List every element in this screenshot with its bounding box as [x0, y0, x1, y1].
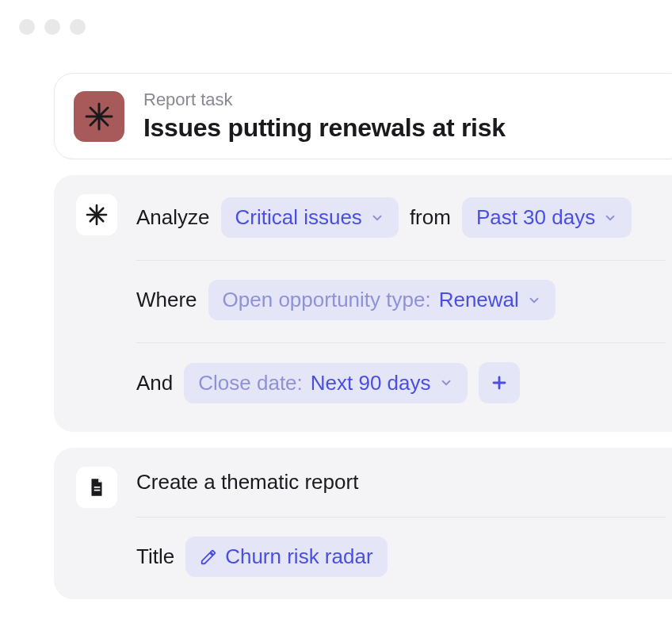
filter-value: Next 90 days — [311, 371, 431, 395]
app-icon — [74, 91, 124, 142]
filter-key: Close date: — [198, 371, 303, 395]
window-dot — [44, 19, 60, 35]
dropdown-value: Past 30 days — [476, 205, 595, 230]
chevron-down-icon — [603, 211, 617, 225]
filter-value: Renewal — [439, 288, 519, 312]
page-title: Issues putting renewals at risk — [143, 113, 506, 143]
step-icon-report — [76, 467, 117, 508]
report-title-input[interactable]: Churn risk radar — [185, 537, 387, 577]
header-overline: Report task — [143, 90, 506, 110]
label-analyze: Analyze — [136, 205, 210, 230]
label-and: And — [136, 371, 173, 395]
window-dot — [70, 19, 86, 35]
label-where: Where — [136, 288, 197, 312]
add-filter-button[interactable] — [479, 362, 520, 403]
filter-key: Open opportunity type: — [223, 288, 431, 312]
chevron-down-icon — [370, 211, 384, 225]
chevron-down-icon — [439, 376, 453, 390]
asterisk-icon — [85, 203, 109, 227]
plus-icon — [490, 373, 509, 392]
report-card: Create a thematic report Title Churn ris… — [54, 448, 672, 599]
pencil-icon — [200, 548, 217, 566]
dropdown-value: Critical issues — [235, 205, 362, 230]
asterisk-icon — [83, 101, 115, 132]
analyze-card: Analyze Critical issues from Past 30 day… — [54, 175, 672, 432]
report-header-card: Report task Issues putting renewals at r… — [54, 73, 672, 159]
window-controls — [0, 0, 672, 35]
step-icon-analyze — [76, 194, 117, 235]
document-icon — [86, 477, 107, 498]
label-from: from — [410, 205, 451, 230]
dropdown-filter-opportunity-type[interactable]: Open opportunity type: Renewal — [208, 280, 556, 320]
chevron-down-icon — [527, 293, 541, 307]
dropdown-filter-close-date[interactable]: Close date: Next 90 days — [184, 363, 467, 403]
report-title-value: Churn risk radar — [225, 544, 372, 569]
window-dot — [19, 19, 35, 35]
dropdown-critical-issues[interactable]: Critical issues — [221, 197, 399, 238]
svg-rect-11 — [94, 490, 101, 491]
label-title: Title — [136, 544, 174, 569]
step-title: Create a thematic report — [136, 470, 358, 495]
dropdown-timeframe[interactable]: Past 30 days — [462, 197, 632, 238]
svg-rect-10 — [94, 487, 101, 488]
